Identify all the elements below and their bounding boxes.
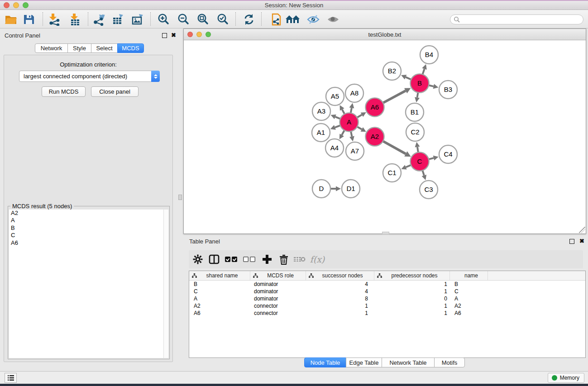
- column-header-successor-nodes[interactable]: successor nodes: [306, 271, 374, 280]
- float-panel-icon[interactable]: [162, 33, 167, 38]
- tab-network-table[interactable]: Network Table: [382, 357, 435, 367]
- cell[interactable]: dominator: [250, 288, 306, 295]
- cell[interactable]: A6: [189, 310, 250, 316]
- search-input[interactable]: [460, 16, 573, 23]
- edge-A-A4[interactable]: [339, 130, 344, 139]
- edge-B-B3[interactable]: [429, 84, 438, 89]
- column-header-shared-name[interactable]: shared name: [189, 271, 250, 280]
- memory-button[interactable]: Memory: [548, 373, 584, 383]
- node-A7[interactable]: A7: [346, 142, 364, 160]
- show-columns-button[interactable]: [208, 250, 220, 268]
- close-panel-icon[interactable]: ✖: [579, 238, 584, 243]
- network-canvas[interactable]: B4B2BB3A5A8A6A3B1AA1C2A2A4A7C4CC1DD1C3: [184, 40, 586, 234]
- open-file-button[interactable]: [4, 12, 18, 27]
- cell[interactable]: B: [450, 281, 488, 287]
- cell[interactable]: connector: [250, 303, 306, 309]
- cell[interactable]: 8: [306, 295, 374, 302]
- cell[interactable]: A: [189, 295, 250, 302]
- show-details-button[interactable]: [326, 12, 340, 27]
- cell[interactable]: 1: [306, 310, 374, 316]
- result-item-a2[interactable]: A2: [9, 210, 168, 217]
- cell[interactable]: 1: [306, 303, 374, 309]
- table-row-c[interactable]: Cdominator41C: [189, 288, 585, 295]
- cell[interactable]: A2: [189, 303, 250, 309]
- cell[interactable]: C: [450, 288, 488, 295]
- edge-A2-C[interactable]: [383, 141, 411, 157]
- run-mcds-button[interactable]: Run MCDS: [42, 86, 86, 97]
- node-B2[interactable]: B2: [383, 62, 401, 80]
- splitter-scroll-thumb[interactable]: [178, 195, 182, 200]
- create-column-button[interactable]: [260, 250, 274, 268]
- column-header-mcds-role[interactable]: MCDS role: [250, 271, 306, 280]
- node-A1[interactable]: A1: [312, 124, 330, 142]
- node-C3[interactable]: C3: [420, 181, 438, 199]
- zoom-selected-button[interactable]: [215, 12, 230, 27]
- result-item-a6[interactable]: A6: [9, 239, 168, 247]
- table-row-a2[interactable]: A2connector11A2: [189, 302, 585, 310]
- column-header-predecessor-nodes[interactable]: predecessor nodes: [374, 271, 450, 280]
- edge-D-D1[interactable]: [331, 186, 341, 191]
- cell[interactable]: dominator: [250, 295, 306, 302]
- cell[interactable]: 4: [306, 288, 374, 295]
- edge-C-C1[interactable]: [401, 165, 411, 169]
- task-history-button[interactable]: [5, 373, 17, 383]
- cell[interactable]: C: [189, 288, 250, 295]
- node-B1[interactable]: B1: [406, 103, 424, 121]
- tab-motifs[interactable]: Motifs: [434, 357, 465, 367]
- cell[interactable]: B: [189, 281, 250, 287]
- home-layout-button[interactable]: [285, 12, 300, 27]
- mcds-result-list[interactable]: A2ABCA6: [9, 210, 168, 358]
- node-B3[interactable]: B3: [439, 81, 457, 99]
- tab-style[interactable]: Style: [67, 43, 91, 53]
- node-A5[interactable]: A5: [326, 87, 344, 105]
- edge-A-A2[interactable]: [357, 127, 366, 132]
- canvas-hscroll-thumb[interactable]: [382, 232, 389, 234]
- optimization-criterion-dropdown[interactable]: largest connected component (directed): [19, 71, 160, 82]
- cell[interactable]: connector: [250, 310, 306, 316]
- edge-A-A6[interactable]: [357, 112, 366, 117]
- hide-details-button[interactable]: [306, 12, 320, 27]
- result-item-b[interactable]: B: [9, 224, 168, 232]
- tab-node-table[interactable]: Node Table: [304, 357, 346, 367]
- edge-A-A1[interactable]: [330, 125, 340, 129]
- clone-network-button[interactable]: [268, 12, 282, 27]
- network-graph[interactable]: B4B2BB3A5A8A6A3B1AA1C2A2A4A7C4CC1DD1C3: [184, 40, 586, 234]
- edge-B-B2[interactable]: [401, 75, 411, 79]
- cell[interactable]: 1: [374, 303, 450, 309]
- import-table-button[interactable]: [68, 12, 82, 27]
- cell[interactable]: 1: [374, 288, 450, 295]
- edge-B-B4[interactable]: [422, 64, 426, 74]
- node-A8[interactable]: A8: [345, 84, 363, 102]
- edge-C-C3[interactable]: [422, 171, 426, 180]
- refresh-button[interactable]: [242, 12, 256, 27]
- result-item-a[interactable]: A: [9, 217, 168, 224]
- table-row-b[interactable]: Bdominator41B: [189, 281, 585, 288]
- result-list-scrollbar[interactable]: [163, 210, 168, 358]
- table-row-a6[interactable]: A6connector11A6: [189, 310, 585, 317]
- node-A2[interactable]: A2: [366, 128, 384, 146]
- edge-B-B1[interactable]: [415, 93, 420, 103]
- network-window-titlebar[interactable]: testGlobe.txt: [184, 29, 586, 40]
- tab-mcds[interactable]: MCDS: [117, 43, 144, 53]
- close-panel-icon[interactable]: ✖: [171, 33, 176, 38]
- edge-C-C2[interactable]: [415, 142, 420, 152]
- edge-A-A7[interactable]: [349, 132, 354, 142]
- edge-A-A8[interactable]: [349, 103, 354, 113]
- zoom-out-button[interactable]: [176, 12, 191, 27]
- node-A[interactable]: A: [340, 113, 359, 132]
- cell[interactable]: 0: [374, 295, 450, 302]
- export-table-button[interactable]: [111, 12, 125, 27]
- tab-edge-table[interactable]: Edge Table: [346, 357, 382, 367]
- node-A3[interactable]: A3: [312, 102, 330, 120]
- save-session-button[interactable]: [22, 12, 36, 27]
- cell[interactable]: A: [450, 295, 488, 302]
- edge-A-A5[interactable]: [340, 105, 344, 114]
- export-image-button[interactable]: [130, 12, 145, 27]
- node-C1[interactable]: C1: [383, 164, 401, 182]
- column-header-name[interactable]: name: [450, 271, 488, 280]
- node-B[interactable]: B: [411, 74, 429, 93]
- cell[interactable]: A2: [450, 303, 488, 309]
- cell[interactable]: 1: [374, 281, 450, 287]
- node-D1[interactable]: D1: [342, 180, 360, 198]
- cell[interactable]: 1: [374, 310, 450, 316]
